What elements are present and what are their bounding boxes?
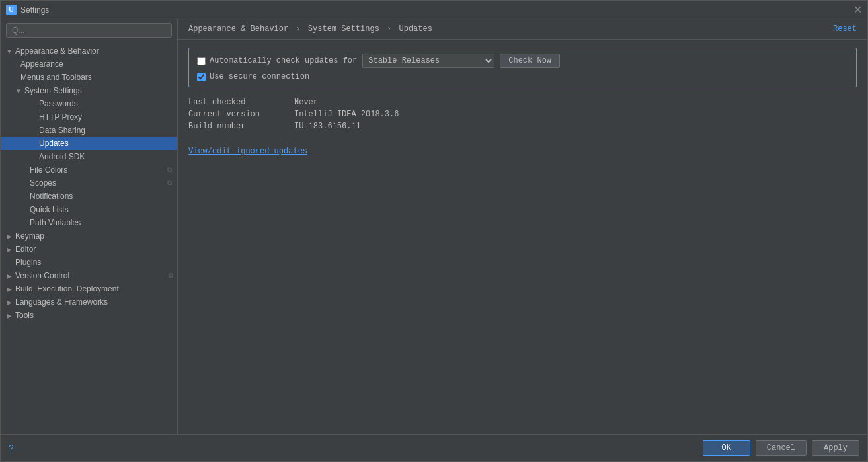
cancel-button[interactable]: Cancel: [756, 440, 807, 456]
auto-check-label: Automatically check updates for: [210, 56, 357, 65]
build-number-row: Build number IU-183.6156.11: [188, 122, 857, 131]
sidebar-item-languages-frameworks[interactable]: ▶ Languages & Frameworks: [1, 295, 177, 309]
auto-check-checkbox-row: Automatically check updates for: [197, 56, 357, 65]
last-checked-row: Last checked Never: [188, 98, 857, 107]
sidebar-item-notifications[interactable]: Notifications: [1, 190, 177, 203]
sidebar-item-label: Plugins: [15, 258, 41, 267]
updates-box: Automatically check updates for Stable R…: [188, 48, 857, 87]
sidebar-item-path-variables[interactable]: Path Variables: [1, 216, 177, 229]
sidebar-item-label: Scopes: [30, 178, 56, 188]
secure-connection-checkbox[interactable]: [197, 73, 206, 81]
sidebar-item-label: System Settings: [24, 86, 82, 95]
chevron-right-icon: ▶: [5, 297, 14, 307]
sidebar-item-label: Keymap: [15, 231, 44, 241]
chevron-right-icon: ▶: [5, 311, 14, 320]
sidebar-item-label: Path Variables: [30, 218, 81, 227]
sidebar-item-label: Appearance: [20, 59, 63, 69]
sidebar-item-appearance[interactable]: Appearance: [1, 58, 177, 71]
breadcrumb-part2: System Settings: [308, 24, 379, 34]
sidebar-item-label: Build, Execution, Deployment: [15, 284, 119, 293]
sidebar-item-editor[interactable]: ▶ Editor: [1, 243, 177, 256]
last-checked-label: Last checked: [188, 98, 294, 107]
breadcrumb-separator: ›: [387, 24, 396, 34]
sidebar-item-keymap[interactable]: ▶ Keymap: [1, 229, 177, 243]
help-icon[interactable]: ?: [9, 443, 14, 453]
chevron-right-icon: ▶: [5, 245, 14, 254]
sidebar-item-data-sharing[interactable]: Data Sharing: [1, 124, 177, 137]
copy-icon: ⧉: [167, 179, 172, 187]
auto-check-row: Automatically check updates for Stable R…: [197, 54, 848, 68]
current-version-label: Current version: [188, 110, 294, 119]
ok-button[interactable]: OK: [703, 440, 750, 456]
sidebar-item-label: Data Sharing: [39, 126, 85, 135]
sidebar-item-file-colors[interactable]: File Colors ⧉: [1, 163, 177, 176]
reset-button[interactable]: Reset: [833, 24, 857, 34]
sidebar-item-passwords[interactable]: Passwords: [1, 97, 177, 110]
copy-icon: ⧉: [167, 166, 172, 174]
main-content: ▼ Appearance & Behavior Appearance Menus…: [1, 19, 867, 434]
breadcrumb-part1: Appearance & Behavior: [188, 24, 288, 34]
secure-connection-label: Use secure connection: [210, 72, 309, 81]
sidebar: ▼ Appearance & Behavior Appearance Menus…: [1, 19, 178, 434]
settings-window: U Settings ✕ ▼ Appearance & Behavior App…: [0, 0, 868, 462]
secure-connection-row: Use secure connection: [197, 72, 848, 81]
app-icon: U: [6, 5, 17, 15]
panel-body: Automatically check updates for Stable R…: [178, 40, 867, 434]
right-panel: Appearance & Behavior › System Settings …: [178, 19, 867, 434]
breadcrumb-part3: Updates: [399, 24, 432, 34]
last-checked-value: Never: [294, 98, 318, 107]
current-version-value: IntelliJ IDEA 2018.3.6: [294, 110, 399, 119]
sidebar-item-system-settings[interactable]: ▼ System Settings: [1, 84, 177, 97]
sidebar-item-label: Updates: [39, 139, 69, 148]
sidebar-item-label: Quick Lists: [30, 205, 69, 214]
sidebar-item-tools[interactable]: ▶ Tools: [1, 309, 177, 322]
sidebar-item-plugins[interactable]: ▶ Plugins: [1, 256, 177, 269]
build-number-value: IU-183.6156.11: [294, 122, 361, 131]
chevron-down-icon: ▼: [14, 86, 23, 95]
sidebar-item-android-sdk[interactable]: Android SDK: [1, 150, 177, 163]
sidebar-item-build-execution[interactable]: ▶ Build, Execution, Deployment: [1, 282, 177, 295]
sidebar-item-label: Passwords: [39, 99, 78, 108]
panel-header: Appearance & Behavior › System Settings …: [178, 19, 867, 40]
current-version-row: Current version IntelliJ IDEA 2018.3.6: [188, 110, 857, 119]
sidebar-item-label: Version Control: [15, 271, 69, 280]
sidebar-item-version-control[interactable]: ▶ Version Control ⧉: [1, 269, 177, 282]
sidebar-item-label: Languages & Frameworks: [15, 297, 108, 307]
search-input[interactable]: [6, 23, 172, 38]
check-now-button[interactable]: Check Now: [500, 54, 560, 68]
sidebar-item-http-proxy[interactable]: HTTP Proxy: [1, 110, 177, 124]
sidebar-item-scopes[interactable]: Scopes ⧉: [1, 176, 177, 190]
sidebar-item-label: Menus and Toolbars: [20, 73, 92, 82]
copy-icon: ⧉: [169, 272, 173, 280]
chevron-right-icon: ▶: [5, 284, 14, 293]
chevron-down-icon: ▼: [5, 46, 14, 56]
sidebar-item-updates[interactable]: Updates: [1, 137, 177, 150]
sidebar-item-label: File Colors: [30, 165, 67, 174]
breadcrumb: Appearance & Behavior › System Settings …: [188, 24, 432, 34]
apply-button[interactable]: Apply: [812, 440, 859, 456]
breadcrumb-separator: ›: [296, 24, 305, 34]
sidebar-item-label: Appearance & Behavior: [15, 46, 99, 56]
sidebar-item-label: HTTP Proxy: [39, 112, 82, 122]
auto-check-checkbox[interactable]: [197, 57, 206, 65]
sidebar-item-label: Editor: [15, 245, 36, 254]
sidebar-item-label: Tools: [15, 311, 34, 320]
info-table: Last checked Never Current version Intel…: [188, 98, 857, 131]
chevron-right-icon: ▶: [5, 271, 14, 280]
ignored-updates-link[interactable]: View/edit ignored updates: [188, 147, 307, 156]
sidebar-item-menus-toolbars[interactable]: Menus and Toolbars: [1, 71, 177, 84]
sidebar-item-label: Android SDK: [39, 152, 85, 161]
close-button[interactable]: ✕: [853, 5, 862, 15]
chevron-right-icon: ▶: [5, 231, 14, 241]
nav-tree: ▼ Appearance & Behavior Appearance Menus…: [1, 42, 177, 434]
build-number-label: Build number: [188, 122, 294, 131]
sidebar-item-label: Notifications: [30, 192, 73, 201]
title-bar: U Settings ✕: [1, 1, 867, 19]
release-select[interactable]: Stable Releases Early Access Program Bet…: [362, 54, 494, 68]
sidebar-item-quick-lists[interactable]: Quick Lists: [1, 203, 177, 216]
window-title: Settings: [20, 5, 853, 15]
bottom-bar: ? OK Cancel Apply: [1, 434, 867, 461]
sidebar-item-appearance-behavior[interactable]: ▼ Appearance & Behavior: [1, 44, 177, 58]
